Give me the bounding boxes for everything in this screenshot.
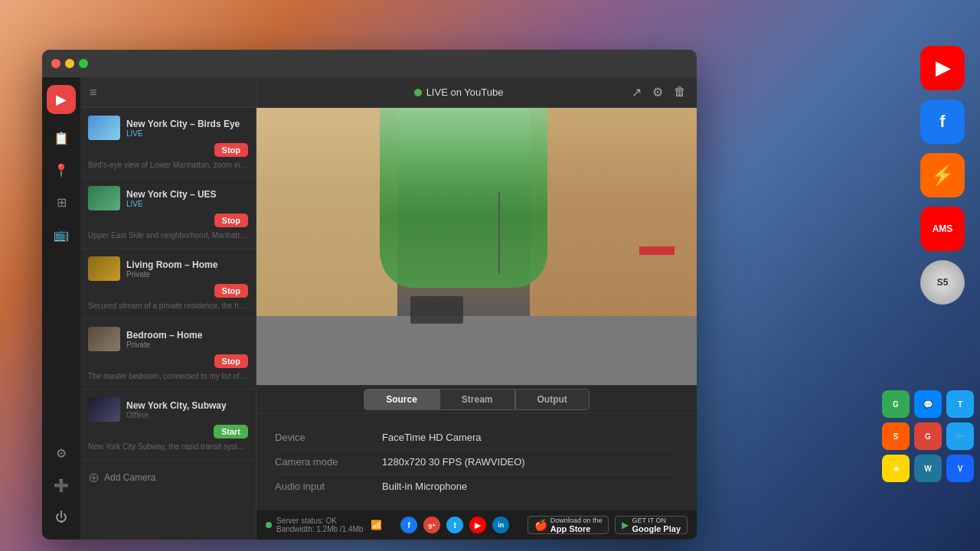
- s5-label: S5: [937, 277, 949, 288]
- tab-output[interactable]: Output: [515, 389, 590, 410]
- trees: [380, 108, 547, 288]
- minimize-button[interactable]: [65, 59, 74, 68]
- youtube-icon: ▶: [936, 57, 949, 79]
- ams-desktop-icon[interactable]: AMS: [920, 207, 965, 251]
- settings-toolbar-icon[interactable]: ⚙: [651, 83, 665, 101]
- traffic-pole: [498, 191, 500, 275]
- facebook-icon: f: [939, 112, 945, 132]
- googleplus-social-icon[interactable]: g+: [423, 517, 440, 533]
- camera-name-3: Living Room – Home: [126, 259, 248, 270]
- bottom-tabs: Source Stream Output: [256, 385, 697, 412]
- device-value: FaceTime HD Camera: [382, 432, 482, 443]
- youtube-social-icon[interactable]: ▶: [469, 517, 486, 533]
- detail-row-device: Device FaceTime HD Camera: [275, 425, 678, 450]
- status-left: Server status: OK Bandwidth: 1.2Mb /1.4M…: [266, 517, 382, 533]
- live-dot: [414, 89, 422, 96]
- tab-source[interactable]: Source: [364, 389, 439, 410]
- s5-desktop-icon[interactable]: S5: [920, 260, 965, 305]
- desktop-icons: ▶ f ⚡ AMS S5: [920, 46, 965, 305]
- small-icon-s[interactable]: S: [882, 422, 910, 450]
- close-button[interactable]: [51, 59, 60, 68]
- device-label: Device: [275, 432, 382, 443]
- small-icon-chat[interactable]: 💬: [914, 390, 942, 418]
- status-bar: Server status: OK Bandwidth: 1.2Mb /1.4M…: [256, 510, 697, 540]
- sidebar-item-monitor[interactable]: 📺: [47, 220, 76, 249]
- google-play-icon: ▶: [622, 520, 629, 530]
- small-icon-g[interactable]: G: [882, 390, 910, 418]
- camera-item-2[interactable]: New York City – UES LIVE Stop Upper East…: [80, 178, 256, 249]
- live-label: LIVE on YouTube: [426, 86, 504, 98]
- audio-value: Built-in Microphone: [382, 481, 467, 492]
- detail-row-camera-mode: Camera mode 980x551 30 FPS (RAWVIDEO): [275, 450, 678, 474]
- app-window: ▶ 📋 📍 ⊞ 📺 ⚙ ➕ ⏻: [42, 50, 697, 540]
- stop-button-4[interactable]: Stop: [214, 354, 248, 368]
- add-camera-label: Add Camera: [104, 472, 155, 483]
- stop-button-3[interactable]: Stop: [214, 284, 248, 298]
- camera-list-header: ≡: [80, 77, 256, 108]
- facebook-social-icon[interactable]: f: [400, 517, 417, 533]
- start-button-5[interactable]: Start: [214, 425, 248, 439]
- main-content: ▶ 📋 📍 ⊞ 📺 ⚙ ➕ ⏻: [42, 77, 697, 540]
- awning: [639, 246, 675, 255]
- server-status-text: Server status: OK: [276, 517, 363, 525]
- camera-item-3[interactable]: Living Room – Home Private Stop Secured …: [80, 249, 256, 319]
- camera-mode-value: 980x551 30 FPS (RAWVIDEO): [382, 456, 525, 468]
- google-play-label: Google Play: [632, 524, 681, 533]
- camera-status-5: Offline: [126, 411, 248, 419]
- status-dot: [266, 522, 272, 528]
- camera-name-2: New York City – UES: [126, 189, 248, 200]
- camera-item-4[interactable]: Bedroom – Home Private Stop The master b…: [80, 319, 256, 390]
- youtube-desktop-icon[interactable]: ▶: [920, 46, 965, 90]
- live-indicator: LIVE on YouTube: [296, 86, 621, 98]
- tab-stream[interactable]: Stream: [439, 389, 515, 410]
- camera-status-2: LIVE: [126, 200, 248, 208]
- ams-label: AMS: [933, 223, 953, 234]
- sidebar-item-add[interactable]: ➕: [47, 471, 76, 500]
- facebook-desktop-icon[interactable]: f: [920, 99, 965, 144]
- bandwidth-text: Bandwidth: 1.2Mb /1.4Mb: [276, 525, 363, 533]
- small-icon-star[interactable]: ★: [882, 455, 910, 482]
- maximize-button[interactable]: [79, 59, 88, 68]
- small-icon-bird[interactable]: 🐦: [946, 422, 974, 450]
- small-icon-g2[interactable]: G: [914, 422, 942, 450]
- hamburger-icon[interactable]: ≡: [90, 86, 96, 99]
- share-icon[interactable]: ↗: [630, 83, 643, 101]
- detail-row-audio: Audio input Built-in Microphone: [275, 474, 678, 498]
- top-bar: LIVE on YouTube ↗ ⚙ 🗑: [256, 77, 697, 108]
- delete-icon[interactable]: 🗑: [672, 83, 688, 101]
- sidebar-item-settings[interactable]: ⚙: [47, 439, 76, 468]
- monitor-icon: 📺: [54, 227, 69, 242]
- sidebar-item-channels[interactable]: 📋: [47, 123, 76, 152]
- app-store-label: App Store: [550, 524, 603, 533]
- add-circle-icon: ⊕: [88, 469, 100, 486]
- sidebar-item-power[interactable]: ⏻: [47, 503, 76, 532]
- add-camera-button[interactable]: ⊕ Add Camera: [80, 460, 256, 495]
- camera-name-1: New York City – Birds Eye: [126, 119, 248, 129]
- camera-list: ≡ New York City – Birds Eye LIVE Stop Bi…: [80, 77, 256, 540]
- camera-item-1[interactable]: New York City – Birds Eye LIVE Stop Bird…: [80, 108, 256, 178]
- camera-mode-label: Camera mode: [275, 456, 382, 468]
- linkedin-social-icon[interactable]: in: [492, 517, 509, 533]
- flash-desktop-icon[interactable]: ⚡: [920, 153, 965, 197]
- small-icon-wp[interactable]: W: [914, 455, 942, 482]
- small-icon-t[interactable]: T: [946, 390, 974, 418]
- add-icon: ➕: [54, 478, 69, 493]
- bandwidth-icon: 📶: [371, 520, 382, 530]
- stop-button-2[interactable]: Stop: [214, 214, 248, 227]
- street: [256, 316, 697, 386]
- camera-desc-1: Bird's-eye view of Lower Manhattan, zoom…: [88, 160, 248, 170]
- camera-name-5: New York City, Subway: [126, 400, 248, 411]
- stop-button-1[interactable]: Stop: [214, 143, 248, 157]
- top-bar-actions: ↗ ⚙ 🗑: [630, 83, 688, 101]
- details-panel: Device FaceTime HD Camera Camera mode 12…: [256, 412, 697, 510]
- app-store-badge[interactable]: 🍎 Download on the App Store: [528, 516, 609, 534]
- app-logo[interactable]: ▶: [47, 85, 76, 114]
- camera-desc-5: New York City Subway, the rapid transit …: [88, 442, 248, 452]
- sidebar-item-grid[interactable]: ⊞: [47, 187, 76, 217]
- camera-name-4: Bedroom – Home: [126, 330, 248, 341]
- twitter-social-icon[interactable]: t: [446, 517, 463, 533]
- small-icon-v[interactable]: V: [946, 455, 974, 482]
- sidebar-item-location[interactable]: 📍: [47, 155, 76, 184]
- google-play-badge[interactable]: ▶ GET IT ON Google Play: [615, 516, 688, 534]
- camera-item-5[interactable]: New York City, Subway Offline Start New …: [80, 390, 256, 460]
